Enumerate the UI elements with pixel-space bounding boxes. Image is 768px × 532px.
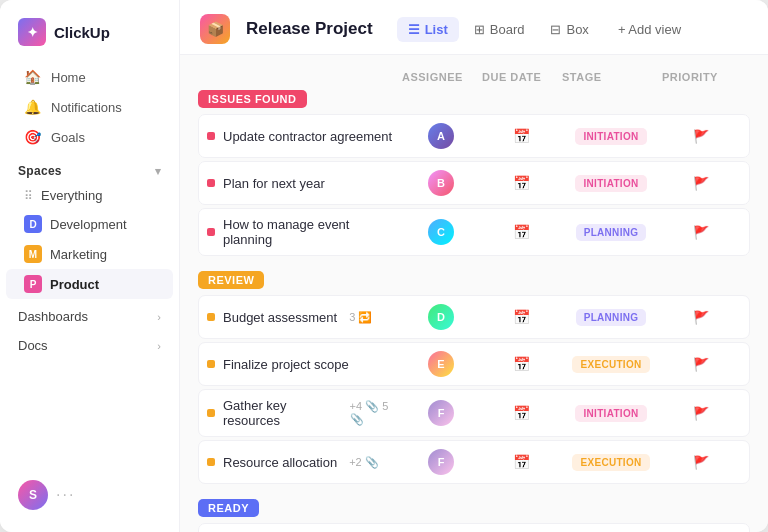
chevron-down-icon: ▾ xyxy=(155,165,161,178)
due-cell: 📅 xyxy=(481,405,561,421)
task-dot xyxy=(207,458,215,466)
sidebar-item-home-label: Home xyxy=(51,70,86,85)
task-dot xyxy=(207,132,215,140)
task-name-cell: How to manage event planning xyxy=(207,217,401,247)
priority-cell: 🚩 xyxy=(661,176,741,191)
docs-section[interactable]: Docs › xyxy=(0,328,179,357)
chevron-right-icon: › xyxy=(157,311,161,323)
priority-icon: 🚩 xyxy=(693,225,709,240)
calendar-icon: 📅 xyxy=(513,309,530,325)
task-row[interactable]: New contractor agreement F 📅 PLANNING 🚩 xyxy=(198,523,750,532)
sidebar-item-product[interactable]: P Product xyxy=(6,269,173,299)
sidebar-item-everything[interactable]: ⠿ Everything xyxy=(6,182,173,209)
logo-icon: ✦ xyxy=(18,18,46,46)
stage-cell: PLANNING xyxy=(561,224,661,241)
task-dot xyxy=(207,409,215,417)
col-header-stage: STAGE xyxy=(562,71,662,83)
task-name-cell: Update contractor agreement xyxy=(207,129,401,144)
sidebar-item-notifications[interactable]: 🔔 Notifications xyxy=(6,92,173,122)
user-avatar[interactable]: S xyxy=(18,480,48,510)
development-dot: D xyxy=(24,215,42,233)
task-name-cell: Resource allocation +2 📎 xyxy=(207,455,401,470)
task-name-cell: Plan for next year xyxy=(207,176,401,191)
sidebar-item-goals[interactable]: 🎯 Goals xyxy=(6,122,173,152)
tab-board[interactable]: ⊞ Board xyxy=(463,17,536,42)
task-row[interactable]: Resource allocation +2 📎 F 📅 EXECUTION 🚩 xyxy=(198,440,750,484)
box-icon: ⊟ xyxy=(550,22,561,37)
priority-cell: 🚩 xyxy=(661,406,741,421)
tab-bar: ☰ List ⊞ Board ⊟ Box + Add view xyxy=(397,17,691,42)
add-view-button[interactable]: + Add view xyxy=(608,17,691,42)
col-header-due-date: DUE DATE xyxy=(482,71,562,83)
avatar: F xyxy=(428,400,454,426)
task-meta: +2 📎 xyxy=(349,456,379,469)
column-headers: ASSIGNEE DUE DATE STAGE PRIORITY xyxy=(198,69,750,89)
tab-box[interactable]: ⊟ Box xyxy=(539,17,599,42)
home-icon: 🏠 xyxy=(24,69,41,85)
due-cell: 📅 xyxy=(481,309,561,325)
tab-list[interactable]: ☰ List xyxy=(397,17,459,42)
due-cell: 📅 xyxy=(481,224,561,240)
task-name-cell: Gather key resources +4 📎 5 📎 xyxy=(207,398,401,428)
task-row[interactable]: Update contractor agreement A 📅 INITIATI… xyxy=(198,114,750,158)
board-icon: ⊞ xyxy=(474,22,485,37)
assignee-cell: B xyxy=(401,170,481,196)
calendar-icon: 📅 xyxy=(513,356,530,372)
spaces-section-header[interactable]: Spaces ▾ xyxy=(0,152,179,182)
calendar-icon: 📅 xyxy=(513,454,530,470)
assignee-cell: F xyxy=(401,449,481,475)
logo-text: ClickUp xyxy=(54,24,110,41)
sidebar-item-everything-label: Everything xyxy=(41,188,102,203)
task-row[interactable]: Budget assessment 3 🔁 D 📅 PLANNING 🚩 xyxy=(198,295,750,339)
stage-cell: INITIATION xyxy=(561,175,661,192)
priority-cell: 🚩 xyxy=(661,225,741,240)
group-ready: READY New contractor agreement F 📅 PLANN… xyxy=(198,498,750,532)
task-name: Gather key resources xyxy=(223,398,338,428)
calendar-icon: 📅 xyxy=(513,175,530,191)
task-name: Budget assessment xyxy=(223,310,337,325)
add-view-label: + Add view xyxy=(618,22,681,37)
sidebar-item-development[interactable]: D Development xyxy=(6,209,173,239)
tab-board-label: Board xyxy=(490,22,525,37)
grid-icon: ⠿ xyxy=(24,189,33,203)
project-title: Release Project xyxy=(246,19,373,39)
top-bar: 📦 Release Project ☰ List ⊞ Board ⊟ Box +… xyxy=(180,0,768,55)
content-area: ASSIGNEE DUE DATE STAGE PRIORITY ISSUES … xyxy=(180,55,768,532)
col-header-name xyxy=(206,71,402,83)
priority-icon: 🚩 xyxy=(693,129,709,144)
dashboards-section[interactable]: Dashboards › xyxy=(0,299,179,328)
stage-badge: INITIATION xyxy=(575,175,646,192)
group-header-review[interactable]: REVIEW xyxy=(198,271,264,289)
calendar-icon: 📅 xyxy=(513,405,530,421)
sidebar-item-marketing[interactable]: M Marketing xyxy=(6,239,173,269)
task-row[interactable]: How to manage event planning C 📅 PLANNIN… xyxy=(198,208,750,256)
dashboards-label: Dashboards xyxy=(18,309,88,324)
sidebar-item-home[interactable]: 🏠 Home xyxy=(6,62,173,92)
task-row[interactable]: Finalize project scope E 📅 EXECUTION 🚩 xyxy=(198,342,750,386)
group-review: REVIEW Budget assessment 3 🔁 D 📅 PLANNIN… xyxy=(198,270,750,484)
main-content: 📦 Release Project ☰ List ⊞ Board ⊟ Box +… xyxy=(180,0,768,532)
task-name-cell: Finalize project scope xyxy=(207,357,401,372)
sidebar-footer: S ··· xyxy=(0,470,179,520)
docs-label: Docs xyxy=(18,338,48,353)
bell-icon: 🔔 xyxy=(24,99,41,115)
group-header-issues[interactable]: ISSUES FOUND xyxy=(198,90,307,108)
task-row[interactable]: Gather key resources +4 📎 5 📎 F 📅 INITIA… xyxy=(198,389,750,437)
priority-icon: 🚩 xyxy=(693,310,709,325)
priority-cell: 🚩 xyxy=(661,310,741,325)
sidebar: ✦ ClickUp 🏠 Home 🔔 Notifications 🎯 Goals… xyxy=(0,0,180,532)
group-header-ready[interactable]: READY xyxy=(198,499,259,517)
stage-cell: INITIATION xyxy=(561,405,661,422)
goals-icon: 🎯 xyxy=(24,129,41,145)
col-header-assignee: ASSIGNEE xyxy=(402,71,482,83)
spaces-label: Spaces xyxy=(18,164,62,178)
stage-badge: INITIATION xyxy=(575,405,646,422)
assignee-cell: A xyxy=(401,123,481,149)
priority-cell: 🚩 xyxy=(661,455,741,470)
group-review-label: REVIEW xyxy=(208,274,254,286)
project-icon: 📦 xyxy=(200,14,230,44)
task-name: Update contractor agreement xyxy=(223,129,392,144)
group-issues: ISSUES FOUND Update contractor agreement… xyxy=(198,89,750,256)
stage-cell: EXECUTION xyxy=(561,454,661,471)
task-row[interactable]: Plan for next year B 📅 INITIATION 🚩 xyxy=(198,161,750,205)
